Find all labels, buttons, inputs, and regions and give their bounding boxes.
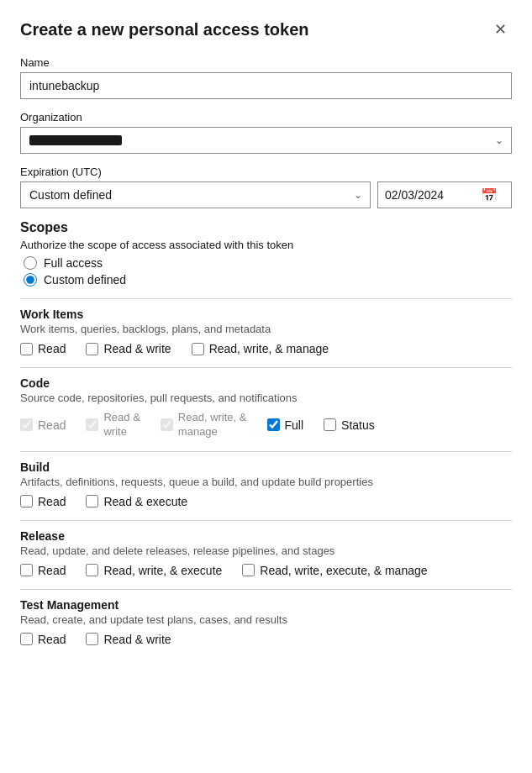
code-full-label[interactable]: Full	[267, 411, 304, 439]
build-read-checkbox[interactable]	[20, 495, 33, 507]
custom-defined-label: Custom defined	[44, 273, 126, 287]
test-read-text: Read	[38, 633, 66, 646]
build-section: Build Artifacts, definitions, requests, …	[20, 460, 512, 508]
calendar-icon[interactable]: 📅	[481, 187, 498, 203]
divider-code	[20, 367, 512, 368]
org-field-group: Organization ⌄	[20, 111, 512, 154]
code-manage-label[interactable]: Read, write, & manage	[161, 411, 247, 439]
code-manage-checkbox	[161, 418, 173, 431]
build-name: Build	[20, 460, 512, 474]
org-select-wrapper: ⌄	[20, 127, 512, 154]
build-execute-label[interactable]: Read & execute	[86, 495, 187, 508]
full-access-label: Full access	[44, 256, 103, 270]
code-full-checkbox[interactable]	[267, 418, 280, 431]
expiry-field-group: Expiration (UTC) Custom defined 30 days …	[20, 166, 512, 208]
release-manage-text: Read, write, execute, & manage	[260, 564, 427, 577]
name-input[interactable]	[20, 72, 512, 99]
divider-release	[20, 520, 512, 521]
code-read-text: Read	[38, 418, 66, 432]
divider-build	[20, 451, 512, 452]
custom-defined-radio-label[interactable]: Custom defined	[24, 273, 512, 287]
work-items-manage-checkbox[interactable]	[192, 343, 204, 355]
test-section: Test Management Read, create, and update…	[20, 598, 512, 646]
release-section: Release Read, update, and delete release…	[20, 529, 512, 577]
work-items-manage-text: Read, write, & manage	[209, 342, 329, 355]
release-manage-checkbox[interactable]	[242, 564, 255, 576]
scopes-desc: Authorize the scope of access associated…	[20, 239, 512, 251]
scopes-section: Scopes Authorize the scope of access ass…	[20, 220, 512, 287]
code-read-checkbox	[20, 418, 33, 431]
release-manage-label[interactable]: Read, write, execute, & manage	[242, 564, 427, 577]
expiry-label: Expiration (UTC)	[20, 166, 512, 178]
test-readwrite-text: Read & write	[103, 633, 171, 646]
work-items-read-label[interactable]: Read	[20, 342, 66, 355]
test-readwrite-label[interactable]: Read & write	[86, 633, 171, 646]
build-read-label[interactable]: Read	[20, 495, 66, 508]
code-readwrite-label[interactable]: Read & write	[86, 411, 140, 439]
date-input-wrapper: 📅	[377, 181, 512, 208]
test-checkboxes: Read Read & write	[20, 633, 512, 646]
create-token-dialog: Create a new personal access token ✕ Nam…	[0, 0, 532, 676]
test-read-label[interactable]: Read	[20, 633, 66, 646]
work-items-name: Work Items	[20, 308, 512, 321]
test-desc: Read, create, and update test plans, cas…	[20, 613, 512, 626]
name-field-group: Name	[20, 56, 512, 99]
scopes-radio-group: Full access Custom defined	[24, 256, 512, 287]
work-items-readwrite-checkbox[interactable]	[86, 343, 98, 355]
scopes-title: Scopes	[20, 220, 512, 235]
code-name: Code	[20, 376, 512, 390]
expiry-select-wrapper: Custom defined 30 days 60 days 90 days ⌄	[20, 181, 371, 208]
release-read-label[interactable]: Read	[20, 564, 66, 577]
divider-test	[20, 589, 512, 590]
dialog-title: Create a new personal access token	[20, 20, 309, 39]
code-read-label[interactable]: Read	[20, 411, 66, 439]
release-execute-label[interactable]: Read, write, & execute	[86, 564, 222, 577]
code-full-text: Full	[285, 418, 304, 432]
release-checkboxes: Read Read, write, & execute Read, write,…	[20, 564, 512, 577]
build-desc: Artifacts, definitions, requests, queue …	[20, 476, 512, 488]
code-desc: Source code, repositories, pull requests…	[20, 392, 512, 404]
release-read-checkbox[interactable]	[20, 564, 33, 576]
full-access-radio-label[interactable]: Full access	[24, 256, 512, 270]
code-section: Code Source code, repositories, pull req…	[20, 376, 512, 439]
test-name: Test Management	[20, 598, 512, 612]
date-input[interactable]	[385, 188, 477, 202]
code-manage-text: Read, write, & manage	[178, 411, 247, 439]
expiry-select[interactable]: Custom defined 30 days 60 days 90 days	[20, 181, 371, 208]
release-desc: Read, update, and delete releases, relea…	[20, 544, 512, 557]
code-status-label[interactable]: Status	[324, 411, 375, 439]
work-items-readwrite-label[interactable]: Read & write	[86, 342, 171, 355]
test-read-checkbox[interactable]	[20, 633, 33, 645]
release-read-text: Read	[38, 564, 66, 577]
work-items-manage-label[interactable]: Read, write, & manage	[192, 342, 329, 355]
work-items-checkboxes: Read Read & write Read, write, & manage	[20, 342, 512, 355]
code-status-checkbox[interactable]	[324, 418, 336, 431]
org-chevron-icon: ⌄	[495, 134, 503, 146]
work-items-desc: Work items, queries, backlogs, plans, an…	[20, 323, 512, 335]
org-masked-value	[29, 135, 122, 145]
full-access-radio[interactable]	[24, 256, 37, 270]
close-button[interactable]: ✕	[489, 20, 512, 39]
build-read-text: Read	[38, 495, 66, 508]
release-execute-text: Read, write, & execute	[103, 564, 222, 577]
code-checkboxes: Read Read & write Read, write, & manage …	[20, 411, 512, 439]
build-checkboxes: Read Read & execute	[20, 495, 512, 508]
work-items-read-checkbox[interactable]	[20, 343, 33, 355]
divider-work-items	[20, 298, 512, 299]
name-label: Name	[20, 56, 512, 69]
code-readwrite-checkbox	[86, 418, 98, 431]
build-execute-text: Read & execute	[103, 495, 187, 508]
build-execute-checkbox[interactable]	[86, 495, 98, 507]
work-items-section: Work Items Work items, queries, backlogs…	[20, 308, 512, 355]
work-items-readwrite-text: Read & write	[103, 342, 171, 355]
org-label: Organization	[20, 111, 512, 124]
release-execute-checkbox[interactable]	[86, 564, 98, 576]
code-status-text: Status	[341, 418, 375, 432]
test-readwrite-checkbox[interactable]	[86, 633, 98, 645]
custom-defined-radio[interactable]	[24, 273, 37, 287]
org-select[interactable]: ⌄	[20, 127, 512, 154]
code-readwrite-text: Read & write	[103, 411, 140, 439]
release-name: Release	[20, 529, 512, 543]
dialog-header: Create a new personal access token ✕	[20, 20, 512, 39]
work-items-read-text: Read	[38, 342, 66, 355]
